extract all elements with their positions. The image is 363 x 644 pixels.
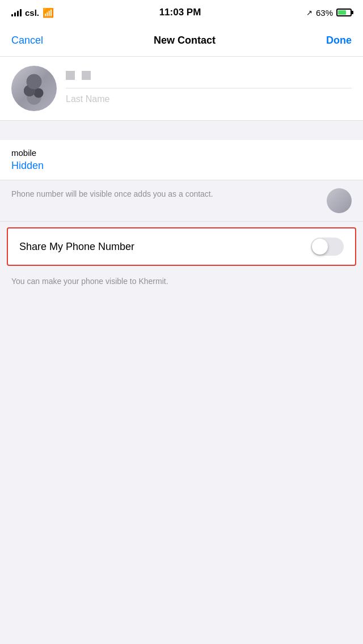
toggle-thumb [312, 239, 328, 255]
avatar-image [11, 66, 57, 111]
avatar[interactable] [11, 66, 57, 111]
name-fields [66, 71, 352, 107]
caption-section: You can make your phone visible to Kherm… [0, 272, 363, 298]
signal-bars-icon [11, 9, 22, 16]
last-name-icon [82, 71, 91, 80]
info-section: Phone number will be visible once adds y… [0, 180, 363, 222]
signal-bar-4 [20, 9, 22, 16]
name-separator [66, 88, 352, 88]
signal-bar-2 [14, 12, 16, 16]
wifi-icon: 📶 [43, 7, 54, 18]
first-name-row [66, 71, 352, 80]
toggle-section-wrapper: Share My Phone Number [0, 222, 363, 272]
info-avatar-small [327, 188, 352, 213]
battery-percent: 63% [316, 8, 333, 18]
done-button[interactable]: Done [326, 35, 352, 46]
contact-form-section [0, 57, 363, 121]
battery-icon [336, 9, 352, 16]
share-phone-section: Share My Phone Number [7, 227, 356, 266]
nav-bar: Cancel New Contact Done [0, 25, 363, 57]
phone-section: mobile Hidden [0, 140, 363, 180]
status-right: ↗ 63% [306, 8, 352, 18]
page-title: New Contact [154, 35, 216, 46]
status-left: csl. 📶 [11, 7, 54, 18]
signal-bar-1 [11, 14, 13, 16]
status-bar: csl. 📶 11:03 PM ↗ 63% [0, 0, 363, 25]
first-name-icon [66, 71, 75, 80]
bottom-filler [0, 298, 363, 558]
last-name-input[interactable] [66, 92, 352, 107]
signal-bar-3 [17, 11, 19, 16]
cancel-button[interactable]: Cancel [11, 35, 43, 46]
location-icon: ↗ [306, 9, 313, 17]
section-gap-1 [0, 121, 363, 140]
share-phone-label: Share My Phone Number [19, 241, 134, 253]
caption-text: You can make your phone visible to Kherm… [11, 277, 168, 286]
info-text: Phone number will be visible once adds y… [11, 188, 318, 200]
carrier-label: csl. [25, 8, 39, 18]
status-time: 11:03 PM [159, 7, 201, 18]
phone-label: mobile [11, 148, 352, 158]
phone-value: Hidden [11, 160, 352, 172]
share-phone-toggle[interactable] [311, 238, 344, 256]
